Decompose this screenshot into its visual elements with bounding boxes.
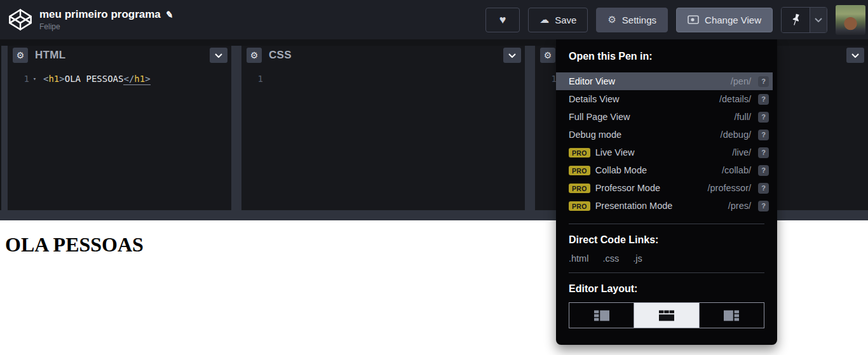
css-settings-gear-button[interactable]: ⚙	[247, 48, 262, 63]
layout-top-button[interactable]	[634, 303, 698, 328]
help-icon[interactable]: ?	[758, 201, 769, 211]
change-view-button-label: Change View	[705, 15, 761, 25]
menu-item-path: /pres/	[728, 201, 751, 211]
css-collapse-button[interactable]	[503, 48, 521, 63]
change-view-dropdown: Open this Pen in: Editor View /pen/ ? De…	[556, 39, 777, 345]
dropdown-heading: Open this Pen in:	[569, 51, 764, 62]
pro-badge: PRO	[569, 166, 590, 175]
codepen-logo[interactable]	[6, 6, 34, 34]
editor-layout-switcher	[569, 302, 764, 328]
cloud-icon: ☁	[539, 14, 549, 25]
header-actions: ♥ ☁ Save ⚙ Settings Change View	[485, 5, 865, 35]
menu-item-label: Live View	[595, 147, 635, 157]
menu-item-path: /full/	[734, 112, 751, 122]
editor-layout-heading: Editor Layout:	[569, 283, 764, 295]
menu-item-full-page-view[interactable]: Full Page View /full/ ?	[556, 108, 773, 126]
chevron-down-icon	[851, 53, 859, 58]
settings-button[interactable]: ⚙ Settings	[596, 8, 668, 32]
left-gutter	[1, 46, 8, 210]
menu-item-label: Details View	[569, 94, 620, 104]
divider	[569, 272, 764, 273]
css-panel-title: CSS	[269, 49, 292, 62]
help-icon[interactable]: ?	[758, 165, 769, 176]
menu-item-label: Editor View	[569, 76, 615, 86]
css-direct-link[interactable]: .css	[602, 253, 619, 264]
gear-icon: ⚙	[544, 50, 552, 60]
html-code-editor[interactable]: 1 ▾ <h1>OLA PESSOAS</h1>	[8, 64, 231, 84]
layout-right-icon	[724, 310, 739, 321]
menu-item-path: /debug/	[721, 130, 751, 140]
divider	[569, 224, 764, 224]
save-button-label: Save	[555, 15, 576, 25]
menu-item-path: /collab/	[722, 165, 751, 175]
js-settings-gear-button[interactable]: ⚙	[540, 48, 555, 63]
css-code-editor[interactable]: 1	[241, 64, 525, 84]
menu-item-path: /live/	[732, 147, 751, 157]
direct-code-links: .html .css .js	[569, 253, 764, 264]
html-panel-header: ⚙ HTML	[8, 46, 231, 64]
code-line: 1 ▾ <h1>OLA PESSOAS</h1>	[8, 72, 231, 84]
screen-view-icon	[688, 15, 699, 24]
help-icon[interactable]: ?	[758, 76, 769, 87]
help-icon[interactable]: ?	[758, 147, 769, 158]
css-editor-panel: ⚙ CSS 1	[241, 46, 525, 210]
code-content: <h1>OLA PESSOAS</h1>	[43, 74, 151, 84]
js-collapse-button[interactable]	[846, 48, 864, 63]
line-number: 1	[535, 74, 557, 84]
save-button[interactable]: ☁ Save	[528, 8, 588, 32]
css-panel-header: ⚙ CSS	[241, 46, 525, 64]
menu-item-label: Professor Mode	[595, 183, 660, 193]
help-icon[interactable]: ?	[758, 94, 769, 105]
love-button[interactable]: ♥	[485, 8, 520, 32]
direct-code-links-heading: Direct Code Links:	[569, 234, 764, 246]
pushpin-icon	[789, 12, 802, 27]
settings-button-label: Settings	[622, 15, 656, 25]
pin-dropdown-button[interactable]	[810, 8, 827, 32]
pen-title: meu primeiro programa	[39, 8, 161, 21]
pin-button[interactable]	[782, 8, 810, 32]
gear-icon: ⚙	[17, 50, 25, 60]
menu-item-editor-view[interactable]: Editor View /pen/ ?	[556, 72, 773, 90]
menu-item-live-view[interactable]: PRO Live View /live/ ?	[556, 144, 773, 161]
html-settings-gear-button[interactable]: ⚙	[13, 48, 28, 63]
menu-item-label: Collab Mode	[595, 165, 647, 175]
chevron-down-icon	[815, 18, 822, 22]
css-js-resizer[interactable]	[525, 46, 535, 210]
help-icon[interactable]: ?	[758, 183, 769, 194]
layout-right-button[interactable]	[699, 303, 764, 328]
help-icon[interactable]: ?	[758, 130, 769, 140]
menu-item-collab-mode[interactable]: PRO Collab Mode /collab/ ?	[556, 161, 773, 179]
menu-item-presentation-mode[interactable]: PRO Presentation Mode /pres/ ?	[556, 197, 773, 215]
line-number: 1	[241, 74, 263, 84]
app-header: meu primeiro programa ✎ Felipe ♥ ☁ Save …	[0, 0, 868, 39]
layout-left-icon	[594, 310, 609, 321]
menu-item-professor-mode[interactable]: PRO Professor Mode /professor/ ?	[556, 179, 773, 197]
menu-item-path: /pen/	[731, 76, 751, 86]
help-icon[interactable]: ?	[758, 112, 769, 123]
html-editor-panel: ⚙ HTML 1 ▾ <h1>OLA PESSOAS</h1>	[8, 46, 231, 210]
menu-item-debug-mode[interactable]: Debug mode /debug/ ?	[556, 126, 773, 144]
chevron-down-icon	[215, 53, 222, 58]
edit-title-pencil-icon[interactable]: ✎	[165, 9, 174, 20]
pin-split-button	[781, 7, 827, 33]
heart-icon: ♥	[499, 13, 506, 27]
layout-top-icon	[659, 310, 674, 321]
pro-badge: PRO	[569, 148, 590, 157]
pro-badge: PRO	[569, 201, 590, 211]
gear-icon: ⚙	[607, 14, 616, 25]
menu-item-path: /professor/	[708, 183, 752, 193]
layout-left-button[interactable]	[569, 303, 634, 328]
js-direct-link[interactable]: .js	[633, 253, 642, 264]
pen-title-block: meu primeiro programa ✎ Felipe	[39, 8, 173, 31]
html-css-resizer[interactable]	[231, 46, 241, 210]
pro-badge: PRO	[569, 184, 590, 193]
menu-item-details-view[interactable]: Details View /details/ ?	[556, 90, 773, 108]
html-collapse-button[interactable]	[210, 48, 227, 63]
html-direct-link[interactable]: .html	[569, 253, 588, 264]
code-fold-icon[interactable]: ▾	[29, 76, 40, 82]
menu-item-label: Presentation Mode	[595, 201, 673, 211]
line-number: 1	[8, 74, 29, 84]
change-view-button[interactable]: Change View	[676, 8, 773, 32]
html-panel-title: HTML	[35, 49, 65, 62]
user-avatar[interactable]	[836, 5, 865, 35]
